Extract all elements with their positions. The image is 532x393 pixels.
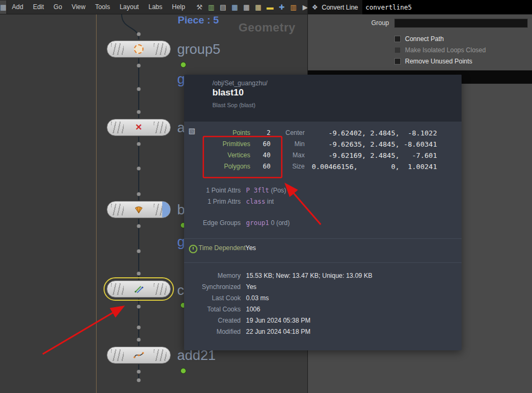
node-blast[interactable]: ✕ [107, 119, 171, 136]
curve-icon-svg [133, 351, 144, 359]
checkbox-connect-path[interactable]: Connect Path [394, 35, 486, 43]
node-add21[interactable] [107, 347, 171, 364]
primitives-label: Primitives [188, 141, 250, 148]
node-type: Blast Sop (blast) [212, 102, 256, 108]
prim-attrs-code: class [246, 198, 265, 205]
fan-icon [134, 206, 144, 214]
wire-connector-dot[interactable] [137, 338, 141, 342]
node-type-icon: ❖ [308, 3, 322, 11]
checkbox-box[interactable] [394, 36, 401, 42]
chart-icon[interactable]: ▥ [206, 2, 217, 12]
wire-connector-dot[interactable] [137, 326, 141, 330]
network-toolbar: ⚒ ▥ ▤ ▦ ▦ ▦ ▬ ✚ ▥ ▶ [194, 2, 311, 12]
total-cooks-label: Total Cooks [188, 306, 241, 313]
node-path: /obj/Set_guangzhu/ [212, 79, 267, 87]
node-badge[interactable] [180, 62, 186, 68]
menu-view[interactable]: View [67, 0, 90, 14]
edge-groups-suffix: 0 (ord) [269, 219, 290, 227]
prim-attrs-label: 1 Prim Attrs [188, 198, 241, 205]
synchronized-value: Yes [246, 284, 372, 291]
wire-connector-dot[interactable] [137, 87, 141, 91]
menu-go[interactable]: Go [49, 0, 67, 14]
menu-help[interactable]: Help [167, 0, 190, 14]
node-convertline5-selected[interactable] [107, 280, 171, 298]
menu-bar: ▦ Add Edit Go View Tools Layout Labs Hel… [0, 0, 307, 14]
modified-value: 22 Jun 2024 04:18 PM [246, 328, 372, 335]
wire-connector-dot[interactable] [137, 250, 141, 253]
wire-connector-dot[interactable] [137, 272, 141, 276]
center-label: Center [275, 130, 305, 137]
parameter-header: ❖ Convert Line [308, 0, 532, 14]
node-group5[interactable] [107, 41, 171, 58]
checkbox-box [394, 47, 401, 53]
grid-blue-icon[interactable]: ▦ [229, 2, 240, 12]
checkbox-column: Connect Path Make Isolated Loops Closed … [394, 35, 486, 65]
houdini-window: { "menubar": { "pane_icon": "▦", "items"… [0, 0, 532, 393]
max-label: Max [275, 152, 305, 159]
menu-add[interactable]: Add [7, 0, 28, 14]
point-attrs-code: P 3flt [246, 187, 269, 194]
menu-edit[interactable]: Edit [28, 0, 49, 14]
checkbox-box[interactable] [394, 58, 401, 65]
node-name: blast10 [212, 87, 244, 98]
synchronized-label: Synchronized [188, 284, 241, 291]
wire-connector-dot[interactable] [137, 379, 141, 382]
memory-value: 15.53 KB; New: 13.47 KB; Unique: 13.09 K… [246, 272, 372, 279]
sticky-note-icon[interactable]: ▬ [265, 2, 275, 12]
node-fan[interactable] [107, 201, 171, 218]
time-dependent-value: Yes [245, 244, 256, 252]
checkbox-make-isolated-loops-closed: Make Isolated Loops Closed [394, 46, 486, 54]
menu-labs[interactable]: Labs [144, 0, 167, 14]
pane-tab-icon[interactable]: ▦ [0, 1, 7, 14]
center-value: -9.62402, 2.4845, -8.1022 [309, 130, 437, 137]
min-label: Min [275, 141, 305, 148]
wire-connector-dot[interactable] [137, 142, 141, 146]
wire-connector-dot[interactable] [137, 64, 141, 68]
shelf-icon[interactable]: ▥ [288, 2, 299, 12]
node-label-group5[interactable]: group5 [177, 41, 220, 58]
checkbox-label: Remove Unused Points [405, 58, 472, 65]
popup-header: /obj/Set_guangzhu/ blast10 Blast Sop (bl… [184, 75, 462, 122]
last-cook-value: 0.03 ms [246, 295, 372, 302]
modified-label: Modified [188, 328, 241, 335]
point-attrs-value: P 3flt (Pos) [246, 187, 286, 194]
wire-connector-dot[interactable] [137, 370, 141, 374]
group-label: Group [308, 19, 394, 27]
crossed-tools-icon[interactable]: ⚒ [194, 2, 205, 12]
wire-connector-dot[interactable] [137, 33, 141, 36]
polygons-label: Polygons [188, 163, 250, 170]
checkbox-remove-unused-points[interactable]: Remove Unused Points [394, 58, 486, 65]
node-name-field[interactable] [362, 0, 532, 14]
wire-connector-dot[interactable] [137, 193, 141, 196]
wire-connector-dot[interactable] [137, 305, 141, 309]
curve-points-icon [133, 351, 144, 359]
grid-icon[interactable]: ▦ [241, 2, 252, 12]
last-cook-label: Last Cook [188, 295, 241, 302]
wire-connector-dot[interactable] [137, 110, 141, 114]
add-panel-icon[interactable]: ✚ [276, 2, 287, 12]
checkbox-label: Connect Path [405, 35, 444, 43]
menu-layout[interactable]: Layout [115, 0, 144, 14]
group-input[interactable] [394, 19, 528, 28]
size-label: Size [275, 163, 305, 170]
vertices-value: 40 [255, 152, 271, 159]
convertline-icon-svg [134, 284, 144, 294]
memory-label: Memory [188, 272, 241, 279]
wire-connector-dot[interactable] [137, 167, 141, 171]
prim-attrs-value: class int [246, 198, 286, 205]
node-info-popup: /obj/Set_guangzhu/ blast10 Blast Sop (bl… [184, 75, 462, 350]
node-label-4[interactable]: c [177, 282, 184, 299]
geometry-summary: Points 2 Center -9.62402, 2.4845, -8.102… [188, 130, 437, 170]
attribute-list: 1 Point Attrs P 3flt (Pos) 1 Prim Attrs … [188, 187, 286, 205]
node-badge[interactable] [180, 368, 186, 374]
spreadsheet-icon[interactable]: ▦ [253, 2, 264, 12]
edge-groups-value: group1 0 (ord) [246, 220, 290, 227]
time-dependent-label: Time Dependent [198, 244, 245, 252]
checkbox-label: Make Isolated Loops Closed [405, 46, 486, 54]
point-attrs-label: 1 Point Attrs [188, 187, 241, 194]
wire-connector-dot[interactable] [137, 224, 141, 228]
menu-tools[interactable]: Tools [90, 0, 115, 14]
panel-list-icon[interactable]: ▤ [218, 2, 228, 12]
cook-stats: Memory 15.53 KB; New: 13.47 KB; Unique: … [188, 272, 372, 335]
time-dependent-row: Time Dependent Yes [184, 244, 462, 253]
